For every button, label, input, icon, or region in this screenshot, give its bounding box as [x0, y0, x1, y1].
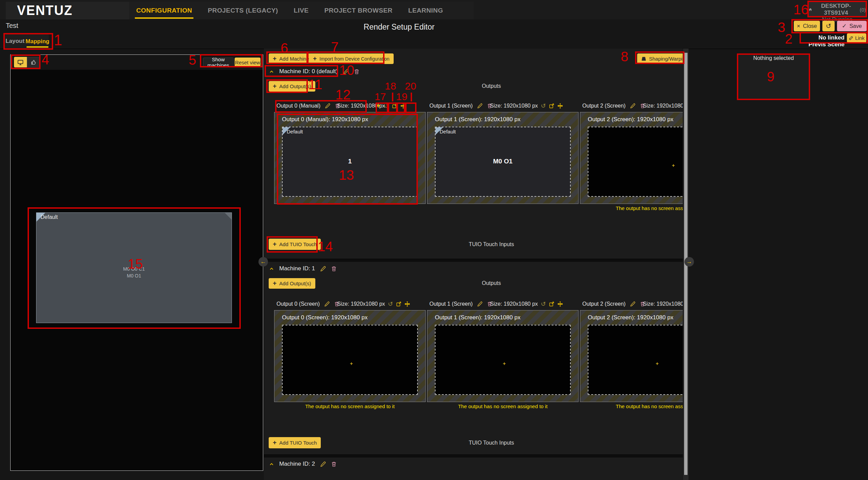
- no-screen-warning: The output has no screen assigned: [580, 205, 683, 212]
- reset-view-button[interactable]: Reset view: [235, 58, 261, 67]
- thumb-view-toggle[interactable]: [27, 57, 40, 67]
- nav-tab-project-browser[interactable]: PROJECT BROWSER: [324, 2, 392, 19]
- plus-icon: +: [273, 55, 277, 62]
- reset-output-icon[interactable]: ↺: [541, 300, 546, 308]
- delete-machine-icon[interactable]: [331, 266, 337, 272]
- output-card-header: Output 1 (Screen) Size: 1920x1080 px ↺: [427, 100, 579, 112]
- output-preview: Output 1 (Screen): 1920x1080 px Default …: [427, 112, 579, 204]
- output-screen-region[interactable]: Default M0 O1: [435, 127, 571, 197]
- output-preview: Output 1 (Screen): 1920x1080 px +: [427, 310, 579, 402]
- collapse-machine-icon[interactable]: [269, 266, 274, 271]
- check-icon: ✓: [842, 23, 847, 29]
- machine-status-box[interactable]: DESKTOP-3TS91V4 (0) Not Running: [808, 2, 866, 17]
- nav-tab-configuration[interactable]: CONFIGURATION: [136, 2, 192, 19]
- move-output-icon[interactable]: [405, 301, 410, 307]
- import-device-config-button[interactable]: + Import from Device Configuration: [309, 53, 394, 64]
- render-setup-editor-window: VENTUZ CONFIGURATION PROJECTS (LEGACY) L…: [0, 0, 868, 480]
- monitor-view-toggle[interactable]: [14, 57, 27, 67]
- show-machines-button[interactable]: Show machines: [203, 58, 234, 67]
- add-tuio-button[interactable]: + Add TUIO Touch: [269, 437, 321, 448]
- fit-output-icon[interactable]: [392, 103, 397, 109]
- refresh-icon: ↺: [826, 22, 831, 30]
- nav-tab-live[interactable]: LIVE: [294, 2, 309, 19]
- reset-output-icon[interactable]: ↺: [384, 102, 389, 110]
- machines-panel: + Add Machine(s) + Import from Device Co…: [264, 49, 683, 480]
- add-outputs-button[interactable]: + Add Output(s): [269, 81, 315, 92]
- arrow-left-icon: ←: [261, 258, 266, 265]
- close-icon: ×: [797, 23, 800, 29]
- folded-corner: [225, 213, 232, 220]
- tab-layout[interactable]: Layout: [4, 34, 26, 49]
- edit-output-icon[interactable]: [325, 103, 330, 109]
- viewport-toolbar: Show machines Reset view: [11, 55, 263, 70]
- output-screen-region[interactable]: +: [435, 325, 571, 395]
- mapping-assignments: M0 O0 C1 M0 O1: [36, 266, 232, 279]
- output-preview: Output 2 (Screen): 1920x1080 px +: [580, 112, 683, 204]
- output-screen-region[interactable]: +: [588, 127, 683, 197]
- output-screen-region[interactable]: +: [588, 325, 683, 395]
- reset-output-icon[interactable]: ↺: [388, 300, 393, 308]
- edit-output-icon[interactable]: [630, 103, 635, 109]
- move-output-icon[interactable]: [557, 301, 563, 307]
- thumb-up-icon: [31, 59, 36, 65]
- edit-machine-icon[interactable]: [320, 266, 326, 272]
- edit-machine-icon[interactable]: [343, 69, 349, 75]
- fit-output-icon[interactable]: [396, 301, 401, 307]
- screen-preview-default[interactable]: Default M0 O0 C1 M0 O1: [36, 212, 232, 323]
- nav-tab-projects-legacy[interactable]: PROJECTS (LEGACY): [208, 2, 278, 19]
- center-plus-marker: +: [350, 361, 353, 366]
- edit-output-icon[interactable]: [477, 103, 483, 109]
- save-button[interactable]: ✓ Save: [837, 21, 867, 31]
- refresh-button[interactable]: ↺: [822, 21, 835, 31]
- page-title: Render Setup Editor: [364, 22, 435, 32]
- scroll-right-button[interactable]: →: [684, 257, 694, 267]
- move-output-icon[interactable]: [557, 103, 563, 109]
- edit-output-icon[interactable]: [630, 301, 635, 307]
- output-preview: Output 0 (Manual): 1920x1080 px Default …: [274, 112, 426, 204]
- collapse-machine-icon[interactable]: [269, 462, 274, 467]
- output-screen-region[interactable]: Default 1: [282, 127, 418, 197]
- collapse-machine-icon[interactable]: [269, 69, 274, 74]
- edit-machine-icon[interactable]: [320, 461, 326, 467]
- output-card-header: Output 0 (Screen) Size: 1920x1080 px ↺: [274, 298, 426, 310]
- output-card-header: Output 2 (Screen) Size: 1920x1080 p: [580, 100, 683, 112]
- annotation-number-3: 3: [778, 20, 785, 34]
- tab-mapping[interactable]: Mapping: [26, 34, 49, 49]
- nav-tab-learning[interactable]: LEARNING: [408, 2, 443, 19]
- add-outputs-button[interactable]: + Add Output(s): [269, 278, 315, 289]
- edit-output-icon[interactable]: [324, 301, 330, 307]
- view-mode-toggle: [14, 57, 40, 67]
- fit-output-icon[interactable]: [549, 301, 554, 307]
- output-card-header: Output 2 (Screen) Size: 1920x1080 p: [580, 298, 683, 310]
- no-screen-warning: The output has no screen assigned to it: [274, 403, 426, 410]
- region-label: Default: [41, 214, 58, 220]
- tuio-heading: TUIO Touch Inputs: [264, 436, 683, 450]
- output-size: Size: 1920x1080 p: [643, 103, 683, 109]
- layout-viewport-panel: Show machines Reset view Default M0 O0 C…: [10, 54, 263, 471]
- shaping-warping-button[interactable]: Shaping/Warping: [637, 53, 683, 64]
- machine-name: DESKTOP-3TS91V4: [814, 3, 858, 16]
- move-output-icon[interactable]: [400, 103, 406, 109]
- delete-machine-icon[interactable]: [331, 461, 337, 467]
- reset-output-icon[interactable]: ↺: [541, 102, 546, 110]
- add-region-icon[interactable]: +: [376, 103, 381, 109]
- plus-icon: +: [313, 55, 317, 62]
- add-tuio-button[interactable]: + Add TUIO Touch: [269, 239, 321, 250]
- output-size: Size: 1920x1080 p: [643, 301, 683, 307]
- edit-output-icon[interactable]: [477, 301, 483, 307]
- output-screen-region[interactable]: +: [282, 325, 418, 395]
- machine-0-output-cards: Output 0 (Manual) Size: 1920x1080 px + ↺…: [274, 100, 683, 212]
- output-card-header: Output 1 (Screen) Size: 1920x1080 px ↺: [427, 298, 579, 310]
- inspector-panel: Nothing selected: [737, 53, 810, 100]
- scroll-left-button[interactable]: ←: [258, 257, 268, 267]
- delete-machine-icon[interactable]: [354, 69, 360, 75]
- center-plus-marker: +: [656, 361, 659, 366]
- machine-title: Machine ID: 2: [279, 461, 315, 467]
- fit-output-icon[interactable]: [549, 103, 554, 109]
- output-card: Output 2 (Screen) Size: 1920x1080 p Outp…: [580, 298, 683, 410]
- link-button[interactable]: Link: [847, 33, 866, 43]
- ventuz-logo: VENTUZ: [17, 3, 73, 18]
- output-card: Output 2 (Screen) Size: 1920x1080 p Outp…: [580, 100, 683, 212]
- close-button[interactable]: × Close: [794, 21, 820, 31]
- machine-2-header: Machine ID: 2: [269, 458, 337, 470]
